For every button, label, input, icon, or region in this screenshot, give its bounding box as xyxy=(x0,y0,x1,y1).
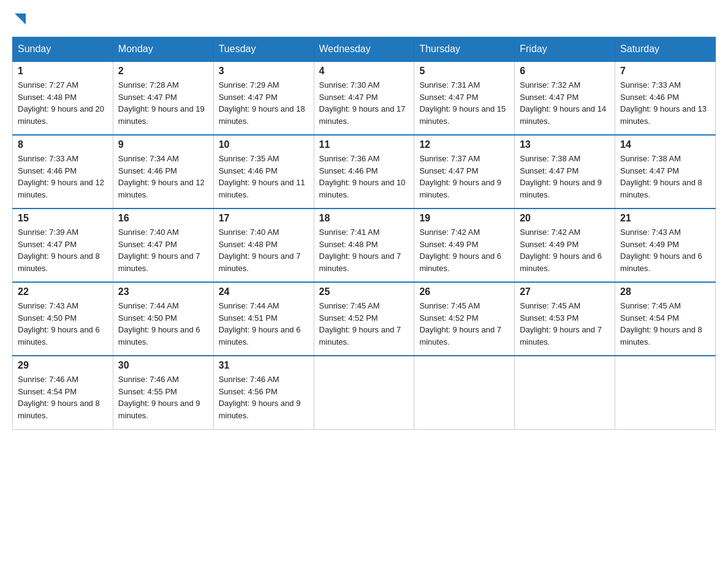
day-number: 26 xyxy=(419,286,509,297)
week-row-4: 22 Sunrise: 7:43 AM Sunset: 4:50 PM Dayl… xyxy=(13,282,716,356)
col-header-monday: Monday xyxy=(113,37,213,62)
day-number: 12 xyxy=(419,139,509,150)
day-number: 8 xyxy=(18,139,108,150)
calendar-cell: 17 Sunrise: 7:40 AM Sunset: 4:48 PM Dayl… xyxy=(213,209,314,282)
day-number: 22 xyxy=(18,286,108,297)
day-number: 6 xyxy=(520,66,610,77)
calendar-cell: 28 Sunrise: 7:45 AM Sunset: 4:54 PM Dayl… xyxy=(615,282,716,356)
week-row-5: 29 Sunrise: 7:46 AM Sunset: 4:54 PM Dayl… xyxy=(13,356,716,429)
day-info: Sunrise: 7:31 AM Sunset: 4:47 PM Dayligh… xyxy=(419,79,509,127)
calendar-cell: 27 Sunrise: 7:45 AM Sunset: 4:53 PM Dayl… xyxy=(515,282,615,356)
week-row-3: 15 Sunrise: 7:39 AM Sunset: 4:47 PM Dayl… xyxy=(13,209,716,282)
day-info: Sunrise: 7:29 AM Sunset: 4:47 PM Dayligh… xyxy=(219,79,309,127)
calendar-cell: 18 Sunrise: 7:41 AM Sunset: 4:48 PM Dayl… xyxy=(314,209,414,282)
calendar-cell xyxy=(314,356,414,429)
day-info: Sunrise: 7:35 AM Sunset: 4:46 PM Dayligh… xyxy=(219,153,309,201)
day-number: 17 xyxy=(219,213,309,224)
day-number: 19 xyxy=(419,213,509,224)
day-number: 16 xyxy=(118,213,208,224)
calendar-cell: 19 Sunrise: 7:42 AM Sunset: 4:49 PM Dayl… xyxy=(414,209,515,282)
logo-triangle-icon xyxy=(15,13,26,27)
day-info: Sunrise: 7:44 AM Sunset: 4:51 PM Dayligh… xyxy=(219,300,309,348)
day-info: Sunrise: 7:39 AM Sunset: 4:47 PM Dayligh… xyxy=(18,226,108,274)
col-header-tuesday: Tuesday xyxy=(213,37,314,62)
calendar-cell: 15 Sunrise: 7:39 AM Sunset: 4:47 PM Dayl… xyxy=(13,209,113,282)
day-number: 24 xyxy=(219,286,309,297)
day-info: Sunrise: 7:42 AM Sunset: 4:49 PM Dayligh… xyxy=(419,226,509,274)
page-header xyxy=(12,12,716,27)
col-header-saturday: Saturday xyxy=(615,37,716,62)
day-number: 2 xyxy=(118,66,208,77)
day-number: 20 xyxy=(520,213,610,224)
day-info: Sunrise: 7:37 AM Sunset: 4:47 PM Dayligh… xyxy=(419,153,509,201)
day-info: Sunrise: 7:33 AM Sunset: 4:46 PM Dayligh… xyxy=(18,153,108,201)
calendar-cell: 1 Sunrise: 7:27 AM Sunset: 4:48 PM Dayli… xyxy=(13,61,113,135)
col-header-sunday: Sunday xyxy=(13,37,113,62)
col-header-friday: Friday xyxy=(515,37,615,62)
calendar-cell: 2 Sunrise: 7:28 AM Sunset: 4:47 PM Dayli… xyxy=(113,61,213,135)
day-info: Sunrise: 7:46 AM Sunset: 4:55 PM Dayligh… xyxy=(118,373,208,421)
calendar-cell: 12 Sunrise: 7:37 AM Sunset: 4:47 PM Dayl… xyxy=(414,135,515,209)
calendar-cell: 29 Sunrise: 7:46 AM Sunset: 4:54 PM Dayl… xyxy=(13,356,113,429)
day-info: Sunrise: 7:38 AM Sunset: 4:47 PM Dayligh… xyxy=(620,153,710,201)
day-info: Sunrise: 7:36 AM Sunset: 4:46 PM Dayligh… xyxy=(319,153,409,201)
calendar-cell: 9 Sunrise: 7:34 AM Sunset: 4:46 PM Dayli… xyxy=(113,135,213,209)
calendar-cell: 10 Sunrise: 7:35 AM Sunset: 4:46 PM Dayl… xyxy=(213,135,314,209)
calendar-cell xyxy=(414,356,515,429)
calendar-cell: 24 Sunrise: 7:44 AM Sunset: 4:51 PM Dayl… xyxy=(213,282,314,356)
day-info: Sunrise: 7:32 AM Sunset: 4:47 PM Dayligh… xyxy=(520,79,610,127)
day-number: 4 xyxy=(319,66,409,77)
day-number: 13 xyxy=(520,139,610,150)
day-info: Sunrise: 7:45 AM Sunset: 4:52 PM Dayligh… xyxy=(419,300,509,348)
day-info: Sunrise: 7:41 AM Sunset: 4:48 PM Dayligh… xyxy=(319,226,409,274)
calendar-cell: 11 Sunrise: 7:36 AM Sunset: 4:46 PM Dayl… xyxy=(314,135,414,209)
day-info: Sunrise: 7:45 AM Sunset: 4:52 PM Dayligh… xyxy=(319,300,409,348)
day-number: 21 xyxy=(620,213,710,224)
day-number: 9 xyxy=(118,139,208,150)
day-number: 3 xyxy=(219,66,309,77)
calendar-table: SundayMondayTuesdayWednesdayThursdayFrid… xyxy=(12,37,716,430)
day-info: Sunrise: 7:27 AM Sunset: 4:48 PM Dayligh… xyxy=(18,79,108,127)
calendar-cell: 6 Sunrise: 7:32 AM Sunset: 4:47 PM Dayli… xyxy=(515,61,615,135)
day-info: Sunrise: 7:33 AM Sunset: 4:46 PM Dayligh… xyxy=(620,79,710,127)
day-info: Sunrise: 7:43 AM Sunset: 4:49 PM Dayligh… xyxy=(620,226,710,274)
day-number: 25 xyxy=(319,286,409,297)
calendar-cell xyxy=(515,356,615,429)
day-number: 10 xyxy=(219,139,309,150)
day-number: 5 xyxy=(419,66,509,77)
calendar-cell: 16 Sunrise: 7:40 AM Sunset: 4:47 PM Dayl… xyxy=(113,209,213,282)
day-info: Sunrise: 7:30 AM Sunset: 4:47 PM Dayligh… xyxy=(319,79,409,127)
calendar-cell: 23 Sunrise: 7:44 AM Sunset: 4:50 PM Dayl… xyxy=(113,282,213,356)
day-info: Sunrise: 7:38 AM Sunset: 4:47 PM Dayligh… xyxy=(520,153,610,201)
calendar-cell: 31 Sunrise: 7:46 AM Sunset: 4:56 PM Dayl… xyxy=(213,356,314,429)
day-number: 1 xyxy=(18,66,108,77)
day-number: 29 xyxy=(18,360,108,371)
calendar-cell: 30 Sunrise: 7:46 AM Sunset: 4:55 PM Dayl… xyxy=(113,356,213,429)
day-info: Sunrise: 7:44 AM Sunset: 4:50 PM Dayligh… xyxy=(118,300,208,348)
calendar-cell: 21 Sunrise: 7:43 AM Sunset: 4:49 PM Dayl… xyxy=(615,209,716,282)
day-info: Sunrise: 7:46 AM Sunset: 4:54 PM Dayligh… xyxy=(18,373,108,421)
svg-marker-0 xyxy=(15,13,26,25)
calendar-cell xyxy=(615,356,716,429)
day-info: Sunrise: 7:45 AM Sunset: 4:54 PM Dayligh… xyxy=(620,300,710,348)
week-row-1: 1 Sunrise: 7:27 AM Sunset: 4:48 PM Dayli… xyxy=(13,61,716,135)
day-info: Sunrise: 7:46 AM Sunset: 4:56 PM Dayligh… xyxy=(219,373,309,421)
day-info: Sunrise: 7:34 AM Sunset: 4:46 PM Dayligh… xyxy=(118,153,208,201)
day-info: Sunrise: 7:42 AM Sunset: 4:49 PM Dayligh… xyxy=(520,226,610,274)
calendar-cell: 26 Sunrise: 7:45 AM Sunset: 4:52 PM Dayl… xyxy=(414,282,515,356)
calendar-cell: 20 Sunrise: 7:42 AM Sunset: 4:49 PM Dayl… xyxy=(515,209,615,282)
logo xyxy=(12,12,26,27)
day-number: 15 xyxy=(18,213,108,224)
day-number: 27 xyxy=(520,286,610,297)
day-number: 23 xyxy=(118,286,208,297)
calendar-cell: 7 Sunrise: 7:33 AM Sunset: 4:46 PM Dayli… xyxy=(615,61,716,135)
day-info: Sunrise: 7:40 AM Sunset: 4:47 PM Dayligh… xyxy=(118,226,208,274)
calendar-cell: 14 Sunrise: 7:38 AM Sunset: 4:47 PM Dayl… xyxy=(615,135,716,209)
header-row: SundayMondayTuesdayWednesdayThursdayFrid… xyxy=(13,37,716,62)
week-row-2: 8 Sunrise: 7:33 AM Sunset: 4:46 PM Dayli… xyxy=(13,135,716,209)
calendar-cell: 4 Sunrise: 7:30 AM Sunset: 4:47 PM Dayli… xyxy=(314,61,414,135)
calendar-cell: 3 Sunrise: 7:29 AM Sunset: 4:47 PM Dayli… xyxy=(213,61,314,135)
col-header-thursday: Thursday xyxy=(414,37,515,62)
day-number: 7 xyxy=(620,66,710,77)
day-info: Sunrise: 7:40 AM Sunset: 4:48 PM Dayligh… xyxy=(219,226,309,274)
